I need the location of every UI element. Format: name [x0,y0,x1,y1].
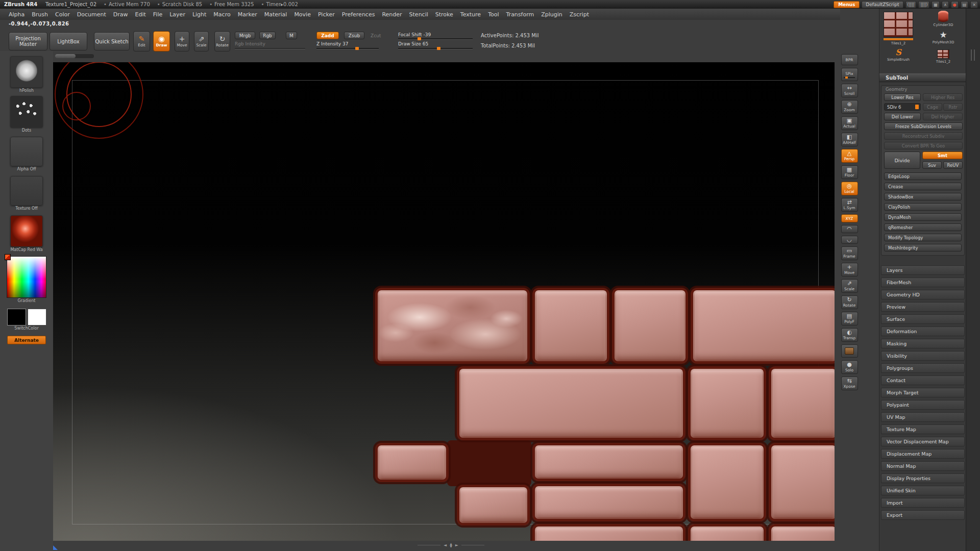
palette-surface[interactable]: Surface [881,314,965,324]
focal-shift-thumb[interactable] [418,37,421,40]
palette-vector-displacement-map[interactable]: Vector Displacement Map [881,437,965,446]
scroll-button[interactable]: ↔Scroll [841,84,858,97]
solo-button[interactable]: ●Solo [841,360,858,374]
section-crease[interactable]: Crease [884,183,962,190]
palette-deformation[interactable]: Deformation [881,327,965,336]
zcut-button[interactable]: Zcut [371,33,381,38]
xyz-button[interactable]: XYZ [841,214,858,222]
frame-button[interactable]: ▭Frame [841,246,858,260]
section-claypolish[interactable]: ClayPolish [884,203,962,211]
rgb-intensity-slider[interactable] [235,48,305,49]
persp-button[interactable]: △Persp [841,149,858,163]
rshelf-rotate-button[interactable]: ↻Rotate [841,295,858,309]
menu-item-document[interactable]: Document [74,11,110,18]
menu-item-render[interactable]: Render [378,11,405,18]
suv-button[interactable]: Suv [922,161,942,169]
sdiv-slider-thumb[interactable] [915,105,919,109]
scroll-right-icon[interactable]: ► [455,543,458,547]
rshelf-move-button[interactable]: +Move [841,263,858,277]
draw-size-thumb[interactable] [437,47,440,50]
section-qremesher[interactable]: qRemesher [884,223,962,231]
sdiv-slider[interactable]: SDiv 6 [884,103,921,111]
palette-layers[interactable]: Layers [881,265,965,275]
z-intensity-slider[interactable] [316,48,379,49]
menu-item-draw[interactable]: Draw [110,11,132,18]
palette-import[interactable]: Import [881,498,965,508]
menu-item-macro[interactable]: Macro [210,11,234,18]
quick-sketch-button[interactable]: Quick Sketch [94,32,130,51]
del-lower-button[interactable]: Del Lower [884,113,921,120]
current-tool-thumbnail[interactable] [884,12,913,37]
zoom-button[interactable]: ⊕Zoom [841,100,858,114]
subtool-header[interactable]: SubTool [879,73,966,82]
current-tool-bar[interactable] [884,38,913,40]
menu-item-light[interactable]: Light [189,11,210,18]
menu-item-alpha[interactable]: Alpha [5,11,28,18]
stroke-thumbnail[interactable] [10,96,43,128]
texture-thumbnail[interactable] [10,176,43,206]
lsym-button[interactable]: ⇄L.Sym [841,198,858,212]
menu-item-transform[interactable]: Transform [503,11,538,18]
z-intensity-thumb[interactable] [355,47,359,50]
zadd-button[interactable]: Zadd [316,32,339,39]
scroll-updown-icons[interactable]: ▲ ▼ [450,542,452,547]
palette-contact[interactable]: Contact [881,375,965,385]
palette-displacement-map[interactable]: Displacement Map [881,449,965,459]
switchcolor-black-swatch[interactable] [7,309,26,325]
aahalf-button[interactable]: ◧AAHalf [841,133,858,146]
projection-master-button[interactable]: Projection Master [9,32,47,51]
close-icon[interactable]: × [970,1,978,8]
canvas-h-scrollbar[interactable] [55,54,94,58]
divide-button[interactable]: Divide [884,152,920,169]
panel-icon[interactable]: ▤ [961,1,969,8]
palette-polypaint[interactable]: Polypaint [881,400,965,410]
section-dynamesh[interactable]: DynaMesh [884,213,962,221]
menu-item-material[interactable]: Material [261,11,291,18]
alpha-thumbnail[interactable] [10,137,43,166]
menu-item-tool[interactable]: Tool [484,11,502,18]
rgb-button[interactable]: Rgb [259,32,276,39]
resize-corner-left[interactable] [53,545,58,550]
menu-item-picker[interactable]: Picker [314,11,338,18]
menu-item-layer[interactable]: Layer [166,11,189,18]
scroll-left-icon[interactable]: ◄ [444,543,447,547]
menu-item-zplugin[interactable]: Zplugin [537,11,566,18]
section-shadowbox[interactable]: ShadowBox [884,193,962,201]
palette-morph-target[interactable]: Morph Target [881,388,965,397]
palette-masking[interactable]: Masking [881,339,965,348]
palette-display-properties[interactable]: Display Properties [881,473,965,483]
canvas-h-scrollbar-thumb[interactable] [55,54,76,58]
palette-export[interactable]: Export [881,510,965,520]
shelf-move-button[interactable]: + Move [175,31,189,52]
menu-item-stroke[interactable]: Stroke [432,11,457,18]
menu-item-color[interactable]: Color [52,11,74,18]
switchcolor-white-swatch[interactable] [28,309,46,325]
mrgb-button[interactable]: Mrgb [235,32,255,39]
default-zscript-button[interactable]: DefaultZScript [862,1,903,8]
menu-item-file[interactable]: File [150,11,166,18]
zsub-button[interactable]: Zsub [344,32,364,39]
focal-shift-slider[interactable] [398,38,473,39]
freeze-subdivision-button[interactable]: Freeze SubDivision Levels [884,122,963,130]
menu-item-marker[interactable]: Marker [234,11,261,18]
material-thumbnail[interactable] [10,215,43,247]
rshelf-scale-button[interactable]: ⇗Scale [841,279,858,293]
section-edgeloop[interactable]: EdgeLoop [884,172,962,180]
actual-button[interactable]: ▣Actual [841,116,858,130]
tool-tiles[interactable]: Tiles1_2 [924,49,962,64]
section-modify-topology[interactable]: Modify Topology [884,234,962,241]
floor-button[interactable]: ▦Floor [841,165,858,179]
scroll-down-icon[interactable]: ▼ [450,545,452,547]
palette-normal-map[interactable]: Normal Map [881,461,965,471]
sphere-icon[interactable]: ● [951,1,959,8]
polyf-button[interactable]: ▤PolyF [841,312,858,325]
menu-item-preferences[interactable]: Preferences [338,11,379,18]
menu-item-movie[interactable]: Movie [290,11,314,18]
left-tray-icon[interactable]: (|||| [905,1,917,8]
palette-preview[interactable]: Preview [881,302,965,312]
menu-item-stencil[interactable]: Stencil [406,11,432,18]
right-tray-icon[interactable]: ||||) [918,1,929,8]
menu-item-texture[interactable]: Texture [457,11,484,18]
spix-slider-thumb[interactable] [845,77,848,79]
shelf-rotate-button[interactable]: ↻ Rotate [214,31,230,52]
